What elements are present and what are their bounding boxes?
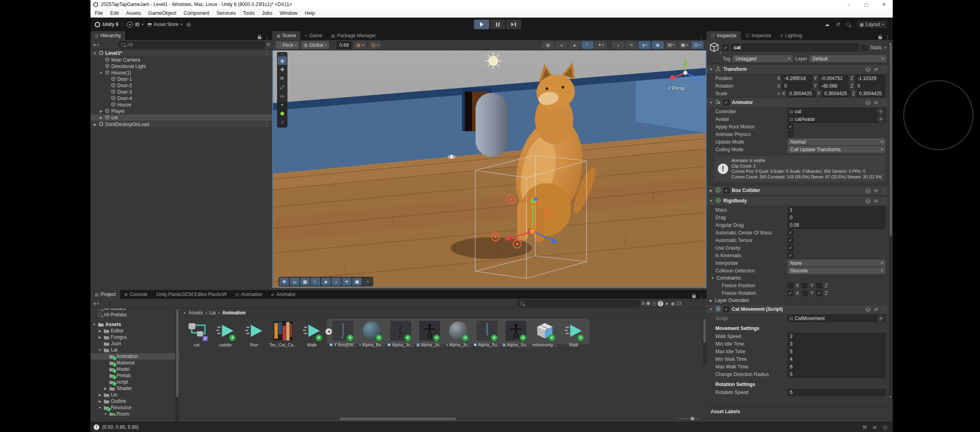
project-tree-item-editor[interactable]: ▶Editor <box>90 328 179 334</box>
breadcrumb-item-assets[interactable]: Assets <box>189 310 203 316</box>
kebab-menu-icon[interactable]: ⋮ <box>882 306 886 312</box>
tab-console[interactable]: ≣Console <box>120 290 152 299</box>
object-name-field[interactable]: cat <box>731 44 859 52</box>
transform-overlay-icon[interactable]: ✛ <box>342 278 351 286</box>
axis-field[interactable]: -1.10329 <box>855 75 886 82</box>
gizmos-dropdown-icon[interactable]: ⛭▾ <box>691 41 703 49</box>
hierarchy-item-door-1[interactable]: Door-1 <box>90 76 272 82</box>
breadcrumb-item-animation[interactable]: Animation <box>222 310 246 316</box>
hierarchy-item-cat[interactable]: ▶cat <box>90 114 272 121</box>
value-field[interactable]: 5 <box>787 371 886 378</box>
inspector-scrollbar[interactable] <box>889 42 892 400</box>
grid-size-field[interactable]: 0.68 <box>337 41 351 49</box>
compass-overlay-icon[interactable]: ◔ <box>363 278 372 286</box>
lighting-overlay-icon[interactable]: ☾ <box>311 278 320 286</box>
axis-field[interactable]: 0.3004425 <box>822 90 851 97</box>
hierarchy-item-player[interactable]: ▶Player <box>90 108 272 114</box>
collapse-subassets-button[interactable]: ◀ <box>325 328 332 335</box>
kebab-menu-icon[interactable]: ⋮ <box>882 188 886 193</box>
presets-icon[interactable]: ⇄ <box>874 188 878 193</box>
component-header-box-collider[interactable]: ▶✓Box Collider?⇄⋮ <box>707 185 889 196</box>
custom-cube-tool-icon[interactable]: ⬢ <box>278 109 287 118</box>
freeze-x-checkbox[interactable] <box>787 283 793 288</box>
value-dropdown[interactable]: None▾ <box>787 260 886 266</box>
view-tool-icon[interactable]: ◉ <box>278 56 287 65</box>
hierarchy-item-door-2[interactable]: Door-2 <box>90 82 272 89</box>
tab-package-manager[interactable]: ▤Package Manager <box>327 31 380 40</box>
axis-field[interactable]: -0.004752 <box>819 75 849 82</box>
foldout-arrow-icon[interactable]: ▼ <box>99 71 103 75</box>
static-checkbox[interactable] <box>862 45 868 51</box>
search-filter-icon[interactable]: ⧉ <box>267 42 270 47</box>
layout-dropdown[interactable]: ▦ Layout ▾ <box>857 20 887 28</box>
menu-window[interactable]: Window <box>276 10 301 16</box>
rotate-tool-icon[interactable]: ⟳ <box>278 74 287 82</box>
scrollbar-thumb[interactable] <box>890 44 892 236</box>
overlay-drag-handle[interactable]: ≡ <box>277 53 287 56</box>
visible-count[interactable]: ◉23 <box>671 301 681 306</box>
tab-game[interactable]: ◓Game <box>300 31 327 40</box>
hierarchy-item-main-camera[interactable]: Main Camera <box>90 57 272 63</box>
project-tree-item-assets[interactable]: ▼Assets <box>90 321 179 328</box>
lock-icon[interactable] <box>878 36 882 39</box>
pivot-dropdown[interactable]: ⛶ Pivot ▾ <box>275 41 299 49</box>
value-field[interactable]: 2 <box>787 333 886 340</box>
value-checkbox[interactable]: ✓ <box>787 237 793 243</box>
horizontal-scrollbar[interactable] <box>180 417 701 421</box>
project-tree-item-all-models[interactable]: All Models <box>90 308 179 312</box>
object-field[interactable]: ⊡catAvatar◉ <box>787 116 886 123</box>
kebab-menu-icon[interactable]: ⋮ <box>882 198 886 204</box>
menu-gameobject[interactable]: GameObject <box>145 10 180 16</box>
create-asset-button[interactable]: +▾ <box>93 300 99 307</box>
value-field[interactable]: 5 <box>787 389 886 396</box>
component-header-animator[interactable]: ▼✓Animator?⇄⋮ <box>707 97 889 108</box>
asset-store-dropdown[interactable]: ⬒ Asset Store ▾ <box>148 22 183 27</box>
axis-field[interactable]: -4.269016 <box>782 75 812 82</box>
tab-animation[interactable]: ◷Animation <box>231 290 267 299</box>
project-tree-item-shader[interactable]: ▶Shader <box>90 385 179 392</box>
value-checkbox[interactable]: ✓ <box>787 245 793 251</box>
menu-services[interactable]: Services <box>213 10 239 16</box>
scroll-down-arrow[interactable]: ▼ <box>889 395 892 399</box>
value-dropdown[interactable]: Normal▾ <box>787 138 886 145</box>
menu-component[interactable]: Component <box>180 10 213 16</box>
constraints-foldout[interactable]: ▼Constraints <box>707 274 889 282</box>
presets-icon[interactable]: ⇄ <box>874 307 878 312</box>
asset-tile-alpha-bo-[interactable]: +◕Alpha_Bo... <box>357 320 386 347</box>
foldout-arrow-icon[interactable]: ▶ <box>98 329 102 333</box>
kebab-menu-icon[interactable]: ⋮ <box>264 50 272 56</box>
foldout-arrow-icon[interactable]: ▼ <box>93 52 97 55</box>
hierarchy-item-dontdestroyonload[interactable]: ▶DontDestroyOnLoad⋮ <box>90 121 272 128</box>
handle-space-dropdown[interactable]: ◍ Global ▾ <box>301 41 329 49</box>
asset-tile-alpha-su-[interactable]: +⬢Alpha_Su... <box>473 320 502 347</box>
help-icon[interactable]: ? <box>866 188 871 193</box>
asset-tile-alpha-jo-[interactable]: +⬢Alpha_Jo... <box>386 320 415 347</box>
foldout-arrow-icon[interactable]: ▼ <box>709 68 713 71</box>
project-tree-item-room[interactable]: ▼+Room <box>90 411 179 416</box>
tab-lighting-2[interactable]: ⚲Lighting <box>776 31 806 40</box>
foldout-arrow-icon[interactable]: ▼ <box>709 308 713 311</box>
foldout-arrow-icon[interactable]: ▶ <box>99 110 103 113</box>
foldout-arrow-icon[interactable]: ▼ <box>709 199 713 203</box>
content-scrollbar[interactable] <box>703 318 706 366</box>
kebab-menu-icon[interactable]: ⋮ <box>699 34 704 40</box>
search-icon[interactable] <box>846 22 850 26</box>
help-icon[interactable]: ? <box>866 198 871 204</box>
value-checkbox[interactable]: ✓ <box>787 252 793 258</box>
tab-project[interactable]: ▨Project <box>90 290 120 299</box>
icon-size-slider[interactable] <box>679 417 699 420</box>
enabled-checkbox[interactable]: ✓ <box>723 306 729 312</box>
axis-field[interactable]: 0.3004425 <box>787 90 815 97</box>
version-control-button[interactable]: ◎ <box>187 22 191 27</box>
scrollbar-thumb[interactable] <box>176 309 179 397</box>
transform-tool-icon[interactable]: ⌖ <box>278 100 287 109</box>
menu-jobs[interactable]: Jobs <box>258 10 276 16</box>
menu-edit[interactable]: Edit <box>106 10 122 16</box>
enabled-checkbox[interactable]: ✓ <box>723 100 729 106</box>
freeze-z-checkbox[interactable] <box>816 283 822 288</box>
menu-help[interactable]: Help <box>301 10 319 16</box>
tab-animator[interactable]: ⊳Animator <box>267 290 300 299</box>
unity-version-button[interactable]: Unity 6 <box>94 22 118 28</box>
slider-handle[interactable] <box>691 417 694 420</box>
project-tree-item-json[interactable]: Json <box>90 340 179 347</box>
